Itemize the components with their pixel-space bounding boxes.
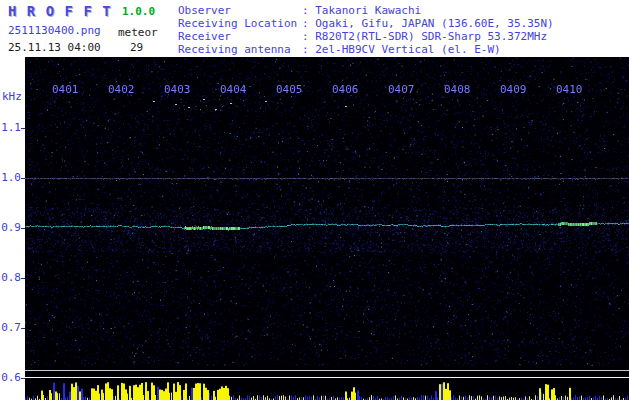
freq-tick-label: 0.8 xyxy=(1,272,21,284)
freq-tick-label: 1.1 xyxy=(1,122,21,134)
info-row: Receiving Location: Ogaki, Gifu, JAPAN (… xyxy=(178,17,554,30)
time-tick-label: 0409 xyxy=(500,84,527,96)
spectrogram-plot: 0401040204030404040504060407040804090410 xyxy=(25,57,629,400)
output-filename: 2511130400.png xyxy=(8,24,101,37)
info-label: Observer xyxy=(178,4,302,17)
info-row: Receiver: R820T2(RTL-SDR) SDR-Sharp 53.3… xyxy=(178,30,554,43)
header: H R O F F T 1.0.0 2511130400.png meteor … xyxy=(0,0,629,57)
time-tick-label: 0406 xyxy=(332,84,359,96)
observation-datetime: 25.11.13 04:00 xyxy=(8,41,101,54)
time-tick-label: 0410 xyxy=(556,84,583,96)
info-label: Receiving Location xyxy=(178,17,302,30)
info-label: Receiver xyxy=(178,30,302,43)
time-tick-label: 0408 xyxy=(444,84,471,96)
info-value: Ogaki, Gifu, JAPAN (136.60E, 35.35N) xyxy=(315,17,553,30)
info-label: Receiving antenna xyxy=(178,43,302,56)
time-tick-label: 0403 xyxy=(164,84,191,96)
time-tick-label: 0401 xyxy=(52,84,79,96)
info-value: 2el-HB9CV Vertical (el. E-W) xyxy=(315,43,500,56)
freq-tick-label: 1.0 xyxy=(1,172,21,184)
info-row: Observer: Takanori Kawachi xyxy=(178,4,554,17)
freq-tick-label: 0.6 xyxy=(1,372,21,384)
freq-tick-label: 0.7 xyxy=(1,322,21,334)
time-tick-label: 0402 xyxy=(108,84,135,96)
hrofft-output: H R O F F T 1.0.0 2511130400.png meteor … xyxy=(0,0,629,400)
app-version: 1.0.0 xyxy=(122,5,155,18)
info-colon: : xyxy=(302,30,315,43)
info-value: R820T2(RTL-SDR) SDR-Sharp 53.372MHz xyxy=(315,30,547,43)
freq-tick-label: 0.9 xyxy=(1,222,21,234)
info-colon: : xyxy=(302,43,315,56)
spectrogram-canvas xyxy=(25,57,629,400)
freq-axis: kHz 1.11.00.90.80.70.6 xyxy=(0,57,25,400)
echo-count: 29 xyxy=(130,41,143,54)
info-row: Receiving antenna: 2el-HB9CV Vertical (e… xyxy=(178,43,554,56)
time-tick-label: 0405 xyxy=(276,84,303,96)
station-info: Observer: Takanori KawachiReceiving Loca… xyxy=(178,4,554,56)
time-tick-label: 0404 xyxy=(220,84,247,96)
mode-label: meteor xyxy=(118,26,158,39)
info-value: Takanori Kawachi xyxy=(315,4,421,17)
info-colon: : xyxy=(302,4,315,17)
time-tick-label: 0407 xyxy=(388,84,415,96)
info-colon: : xyxy=(302,17,315,30)
freq-unit-label: kHz xyxy=(2,90,22,103)
app-title: H R O F F T xyxy=(8,3,112,19)
